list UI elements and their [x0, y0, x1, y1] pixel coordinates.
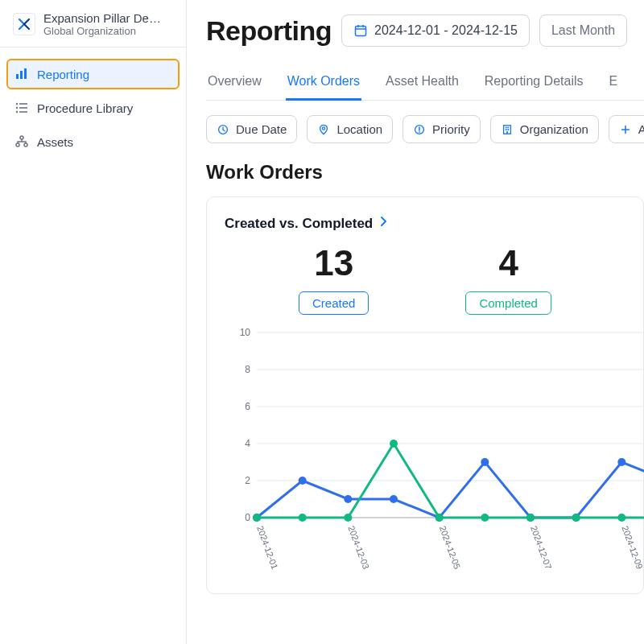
filter-add[interactable]: Ad	[609, 115, 644, 143]
svg-point-9	[20, 136, 23, 139]
tabs: Overview Work Orders Asset Health Report…	[206, 66, 644, 101]
card-expand[interactable]: Created vs. Completed	[225, 215, 625, 232]
svg-point-14	[323, 126, 325, 129]
sidebar-item-label: Reporting	[37, 68, 89, 81]
svg-text:0: 0	[245, 512, 250, 523]
sidebar-item-label: Assets	[37, 135, 73, 149]
svg-rect-18	[506, 126, 507, 128]
svg-point-37	[344, 495, 352, 503]
tab-overview[interactable]: Overview	[206, 66, 263, 101]
last-month-label: Last Month	[551, 23, 615, 38]
svg-point-46	[299, 514, 307, 522]
filter-priority[interactable]: Priority	[402, 115, 481, 143]
svg-text:2024-12-03: 2024-12-03	[346, 525, 371, 571]
sidebar: Expansion Pillar De… Global Organization…	[0, 0, 187, 644]
org-logo	[13, 13, 35, 35]
last-month-button[interactable]: Last Month	[539, 14, 627, 47]
calendar-icon	[353, 23, 368, 38]
svg-rect-2	[24, 68, 27, 79]
stat-created: 13 Created	[299, 243, 369, 315]
tab-asset-health[interactable]: Asset Health	[384, 66, 460, 101]
org-title: Expansion Pillar De…	[43, 11, 161, 25]
svg-point-5	[16, 107, 18, 109]
badge-created: Created	[299, 291, 369, 315]
nav: Reporting Procedure Library Assets	[0, 47, 186, 168]
filter-due-date[interactable]: Due Date	[206, 115, 297, 143]
svg-rect-12	[356, 27, 366, 36]
svg-point-48	[390, 440, 398, 448]
svg-point-52	[572, 514, 580, 522]
tab-reporting-details[interactable]: Reporting Details	[483, 66, 585, 101]
svg-text:8: 8	[245, 364, 250, 375]
svg-text:2024-12-01: 2024-12-01	[255, 525, 280, 571]
bar-chart-icon	[14, 67, 29, 81]
svg-point-36	[299, 477, 307, 485]
building-icon	[501, 123, 514, 136]
org-subtitle: Global Organization	[43, 25, 161, 37]
svg-rect-21	[507, 129, 509, 130]
svg-text:6: 6	[245, 401, 250, 412]
svg-point-49	[436, 514, 444, 522]
chart: 02468102024-12-012024-12-032024-12-05202…	[225, 324, 625, 593]
svg-point-43	[617, 458, 625, 466]
svg-point-51	[526, 514, 535, 522]
card-created-vs-completed: Created vs. Completed 13 Created 4 Compl…	[206, 196, 644, 594]
sitemap-icon	[14, 134, 29, 149]
filter-location[interactable]: Location	[307, 115, 393, 143]
page-title: Reporting	[206, 15, 332, 47]
date-range-label: 2024-12-01 - 2024-12-15	[374, 23, 518, 38]
svg-point-40	[481, 458, 489, 466]
svg-text:4: 4	[245, 438, 250, 449]
filter-organization[interactable]: Organization	[490, 115, 599, 143]
svg-text:2024-12-05: 2024-12-05	[438, 525, 463, 571]
plus-icon	[619, 123, 632, 136]
svg-rect-6	[19, 107, 27, 109]
org-switcher[interactable]: Expansion Pillar De… Global Organization	[0, 0, 186, 47]
svg-text:2024-12-09: 2024-12-09	[620, 525, 644, 571]
sidebar-item-procedure-library[interactable]: Procedure Library	[6, 93, 180, 123]
main: Reporting 2024-12-01 - 2024-12-15 Last M…	[187, 0, 644, 644]
badge-completed: Completed	[465, 291, 551, 315]
svg-text:10: 10	[240, 327, 251, 338]
sidebar-item-assets[interactable]: Assets	[6, 126, 180, 157]
svg-point-47	[344, 514, 352, 522]
svg-text:2: 2	[245, 475, 250, 486]
priority-icon	[413, 123, 426, 136]
section-title: Work Orders	[206, 161, 644, 184]
date-range-picker[interactable]: 2024-12-01 - 2024-12-15	[341, 14, 530, 47]
svg-point-10	[16, 143, 19, 147]
filters: Due Date Location Priority Organization …	[206, 115, 644, 143]
card-title: Created vs. Completed	[225, 216, 373, 232]
tab-more[interactable]: E	[608, 66, 620, 101]
svg-point-16	[419, 131, 420, 133]
stat-completed: 4 Completed	[465, 243, 551, 315]
svg-point-3	[16, 103, 18, 105]
svg-text:2024-12-07: 2024-12-07	[529, 525, 554, 571]
chevron-right-icon	[378, 215, 390, 232]
svg-point-45	[253, 514, 261, 522]
stat-completed-value: 4	[498, 243, 518, 283]
list-icon	[14, 101, 29, 115]
svg-rect-1	[20, 71, 23, 79]
svg-point-38	[390, 495, 398, 503]
sidebar-item-reporting[interactable]: Reporting	[6, 59, 180, 89]
svg-rect-19	[507, 126, 509, 128]
svg-point-53	[617, 514, 625, 522]
stat-created-value: 13	[314, 243, 353, 283]
svg-point-11	[24, 143, 27, 147]
clock-icon	[217, 123, 229, 136]
svg-rect-0	[16, 74, 19, 79]
svg-rect-8	[19, 111, 27, 113]
svg-point-7	[16, 111, 18, 113]
pin-icon	[317, 123, 330, 136]
svg-rect-22	[506, 131, 508, 134]
svg-rect-20	[506, 129, 507, 130]
tab-work-orders[interactable]: Work Orders	[286, 66, 361, 101]
svg-point-50	[481, 514, 489, 522]
svg-rect-4	[19, 103, 27, 105]
sidebar-item-label: Procedure Library	[37, 101, 133, 115]
